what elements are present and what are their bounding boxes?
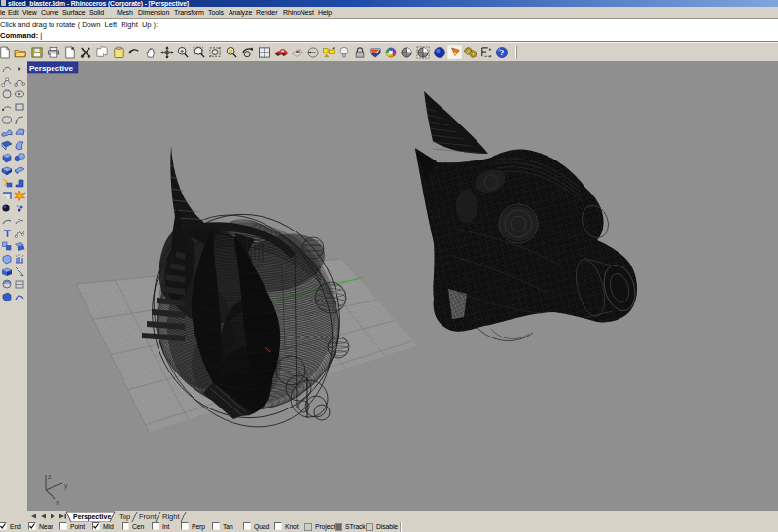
svg-text:Top: Top xyxy=(119,513,130,521)
svg-text:Perspective: Perspective xyxy=(29,64,73,73)
svg-text:Perspective: Perspective xyxy=(73,514,111,521)
svg-text:Front: Front xyxy=(139,513,157,521)
svg-text:x: x xyxy=(56,499,60,506)
svg-text:Right: Right xyxy=(162,513,180,521)
svg-text:z: z xyxy=(48,473,52,479)
svg-text:y: y xyxy=(64,482,68,490)
